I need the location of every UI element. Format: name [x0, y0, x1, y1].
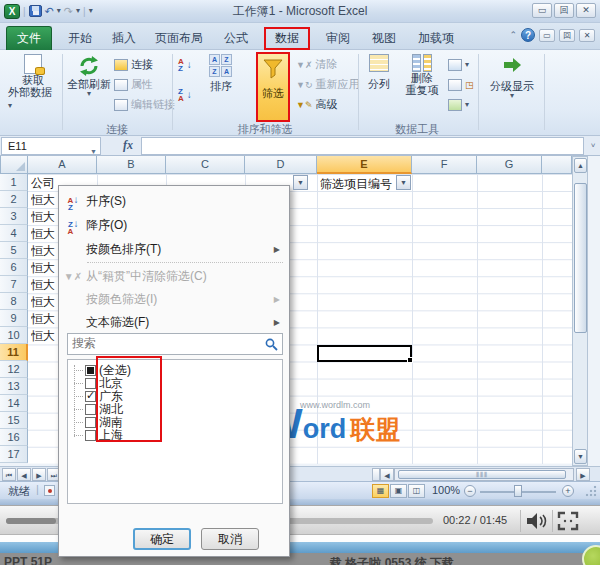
sort-ascending-button[interactable]: AZ↓ [178, 56, 192, 73]
cell-e1[interactable]: 筛选项目编号 [320, 176, 398, 193]
menu-item-sort-descending[interactable]: ZA↓ 降序(O) [60, 214, 288, 237]
page-layout-view-button[interactable]: ▣ [390, 484, 407, 498]
remove-duplicates-button[interactable]: 删除 重复项 [400, 54, 444, 96]
zoom-out-icon[interactable]: − [464, 485, 476, 497]
zoom-in-icon[interactable]: + [562, 485, 574, 497]
horizontal-scrollbar[interactable]: ⦀⦀⦀ [394, 468, 574, 481]
filter-search-box[interactable] [67, 333, 283, 355]
restore-button[interactable]: 回 [554, 3, 574, 18]
tab-data[interactable]: 数据 [264, 27, 310, 50]
cell-a9[interactable]: 恒大 [31, 311, 57, 328]
tab-insert[interactable]: 插入 [104, 27, 144, 50]
select-all-corner[interactable] [0, 156, 28, 174]
tab-review[interactable]: 审阅 [318, 27, 358, 50]
menu-item-sort-ascending[interactable]: AZ↓ 升序(S) [60, 190, 288, 213]
checkbox-checked-icon[interactable] [85, 391, 96, 402]
get-external-data-button[interactable]: 获取 外部数据 ▾ [8, 54, 58, 110]
cancel-button[interactable]: 取消 [201, 528, 259, 550]
row-header-6[interactable]: 6 [0, 259, 28, 276]
cell-a8[interactable]: 恒大 [31, 294, 57, 311]
properties-button[interactable]: 属性 [114, 76, 153, 93]
refresh-all-button[interactable]: 全部刷新 ▾ [66, 54, 112, 98]
next-sheet-icon[interactable]: ▶ [32, 468, 46, 481]
column-header-g[interactable]: G [477, 156, 542, 174]
fullscreen-icon[interactable] [556, 510, 580, 532]
cell-a4[interactable]: 恒大 [31, 226, 57, 243]
tab-addins[interactable]: 加载项 [410, 27, 462, 50]
column-header-f[interactable]: F [412, 156, 477, 174]
column-header-c[interactable]: C [166, 156, 245, 174]
tab-split-handle[interactable] [372, 468, 380, 481]
macro-record-icon[interactable] [44, 485, 55, 496]
search-input[interactable] [68, 334, 254, 352]
cell-a10[interactable]: 恒大 [31, 328, 57, 345]
row-header-1[interactable]: 1 [0, 174, 28, 191]
zoom-slider-thumb[interactable] [514, 485, 522, 497]
first-sheet-icon[interactable]: ⏮ [2, 468, 16, 481]
checkbox-unchecked-icon[interactable] [85, 404, 96, 415]
collapse-ribbon-icon[interactable]: ⌃ [509, 30, 517, 40]
ok-button[interactable]: 确定 [133, 528, 191, 550]
hscroll-right-icon[interactable]: ▶ [576, 468, 590, 481]
minimize-doc-button[interactable]: ▭ [539, 29, 555, 42]
row-header-9[interactable]: 9 [0, 310, 28, 327]
sort-button[interactable]: AZZA 排序 [202, 54, 240, 92]
row-header-8[interactable]: 8 [0, 293, 28, 310]
menu-item-sort-by-color[interactable]: 按颜色排序(T) ▶ [60, 238, 288, 261]
checkbox-unchecked-icon[interactable] [85, 430, 96, 441]
close-button[interactable]: ✕ [576, 3, 596, 18]
row-header-4[interactable]: 4 [0, 225, 28, 242]
formula-input[interactable] [141, 137, 584, 155]
consolidate-button[interactable]: ◳ [448, 76, 474, 93]
cell-a1[interactable]: 公司 [31, 175, 57, 192]
minimize-button[interactable]: ▭ [532, 3, 552, 18]
reapply-button[interactable]: ▼↻ 重新应用 [296, 76, 359, 93]
what-if-analysis-button[interactable]: ▾ [448, 96, 469, 113]
cell-a7[interactable]: 恒大 [31, 277, 57, 294]
cell-a5[interactable]: 恒大 [31, 243, 57, 260]
menu-item-text-filters[interactable]: 文本筛选(F) ▶ [60, 311, 288, 334]
sort-descending-button[interactable]: ZA↓ [178, 86, 192, 103]
data-validation-button[interactable]: ▾ [448, 56, 469, 73]
tab-home[interactable]: 开始 [60, 27, 100, 50]
row-header-17[interactable]: 17 [0, 446, 28, 463]
row-header-5[interactable]: 5 [0, 242, 28, 259]
row-header-12[interactable]: 12 [0, 361, 28, 378]
checkbox-unchecked-icon[interactable] [85, 417, 96, 428]
outline-button[interactable]: 分级显示 ▾ [486, 54, 538, 100]
tab-formulas[interactable]: 公式 [216, 27, 256, 50]
close-doc-button[interactable]: ✕ [579, 29, 595, 42]
fx-icon[interactable]: fx [123, 138, 133, 153]
row-header-13[interactable]: 13 [0, 378, 28, 395]
hscroll-left-icon[interactable]: ◀ [380, 468, 394, 481]
filter-arrow-d1[interactable]: ▼ [293, 175, 308, 190]
row-header-16[interactable]: 16 [0, 429, 28, 446]
restore-doc-button[interactable]: 回 [559, 29, 575, 42]
row-header-15[interactable]: 15 [0, 412, 28, 429]
row-header-7[interactable]: 7 [0, 276, 28, 293]
cell-a3[interactable]: 恒大 [31, 209, 57, 226]
row-header-11[interactable]: 11 [0, 344, 28, 361]
filter-button-highlighted[interactable]: 筛选 [256, 52, 290, 122]
checkbox-indeterminate-icon[interactable] [85, 365, 96, 376]
row-header-10[interactable]: 10 [0, 327, 28, 344]
zoom-level[interactable]: 100% [432, 484, 460, 496]
tab-view[interactable]: 视图 [364, 27, 404, 50]
scroll-up-icon[interactable]: ▲ [574, 158, 587, 173]
speaker-icon[interactable] [525, 511, 549, 531]
connections-button[interactable]: 连接 [114, 56, 153, 73]
column-header-e[interactable]: E [317, 156, 412, 174]
tab-file[interactable]: 文件 [6, 26, 52, 50]
horizontal-scroll-thumb[interactable]: ⦀⦀⦀ [398, 470, 566, 479]
text-to-columns-button[interactable]: 分列 [362, 54, 396, 90]
tab-page-layout[interactable]: 页面布局 [148, 27, 210, 50]
checkbox-unchecked-icon[interactable] [85, 378, 96, 389]
prev-sheet-icon[interactable]: ◀ [17, 468, 31, 481]
column-header-d[interactable]: D [245, 156, 317, 174]
vertical-scroll-thumb[interactable] [574, 183, 587, 333]
scroll-down-icon[interactable]: ▼ [574, 449, 587, 464]
vertical-scrollbar[interactable]: ▲ ▼ [572, 156, 588, 466]
resize-grip[interactable] [584, 484, 598, 498]
filter-arrow-e1[interactable]: ▼ [396, 175, 411, 190]
expand-formula-bar-icon[interactable]: ˅ [586, 141, 600, 150]
